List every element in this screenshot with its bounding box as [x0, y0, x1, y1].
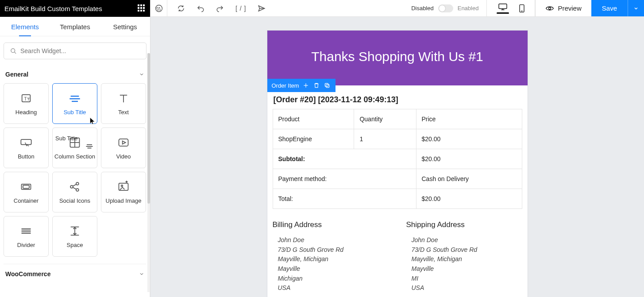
wp-logo[interactable]	[150, 0, 167, 17]
widget-heading[interactable]: Tᴛ Heading	[4, 83, 49, 124]
widget-label: Upload Image	[106, 197, 142, 204]
email-hero[interactable]: Thanks Shopping With Us #1 Order Item	[267, 31, 528, 85]
billing-title: Billing Address	[273, 220, 389, 229]
sidebar-scrollbar[interactable]	[147, 53, 150, 292]
svg-line-1	[14, 52, 16, 54]
block-toolbar: Order Item	[267, 79, 335, 92]
widget-label: Social Icons	[59, 197, 90, 204]
svg-rect-45	[325, 83, 328, 86]
svg-point-18	[76, 182, 79, 185]
cell-price: $20.00	[416, 129, 522, 149]
widget-upload-image[interactable]: Upload Image	[101, 172, 146, 212]
widget-social-icons[interactable]: Social Icons	[52, 172, 97, 212]
subtotal-label: Subtotal:	[273, 149, 416, 169]
svg-point-19	[76, 189, 79, 191]
sidebar-header: EmailKit Build Custom Templates	[0, 0, 150, 17]
shipping-title: Shipping Address	[406, 220, 522, 229]
svg-marker-14	[123, 141, 126, 144]
block-label: Order Item	[272, 82, 299, 89]
widgets-grid: Tᴛ Heading Sub Title Text Button Column …	[4, 83, 146, 257]
wordpress-icon	[154, 4, 163, 13]
section-woo-label: WooCommerce	[5, 270, 50, 278]
svg-rect-16	[23, 185, 29, 188]
chevron-down-icon	[633, 6, 639, 11]
widget-button[interactable]: Button	[4, 127, 49, 168]
chevron-down-icon	[139, 271, 144, 277]
email-frame[interactable]: Thanks Shopping With Us #1 Order Item [O…	[267, 30, 528, 297]
share-icon	[69, 181, 81, 193]
sidebar: EmailKit Build Custom Templates Elements…	[0, 0, 150, 297]
block-delete[interactable]	[312, 81, 320, 89]
svg-point-0	[11, 48, 15, 52]
search-box[interactable]	[4, 42, 147, 59]
preview-button[interactable]: Preview	[535, 0, 591, 16]
chevron-down-icon	[139, 72, 144, 77]
widget-divider[interactable]: Divider	[4, 216, 49, 257]
table-subtotal-row: Subtotal: $20.00	[273, 149, 522, 169]
save-button[interactable]: Save	[591, 0, 628, 16]
widget-label: Divider	[17, 242, 35, 248]
canvas[interactable]: Thanks Shopping With Us #1 Order Item [O…	[150, 17, 644, 297]
widget-subtitle[interactable]: Sub Title	[52, 83, 97, 124]
widget-video[interactable]: Video	[101, 127, 146, 168]
enable-toggle[interactable]	[438, 4, 453, 12]
button-icon	[20, 136, 32, 149]
undo-icon[interactable]	[197, 4, 204, 12]
email-body: [Order #20] [2023-11-12 09:49:13] Produc…	[267, 85, 528, 297]
desktop-icon	[498, 3, 508, 11]
payment-label: Payment method:	[273, 169, 416, 189]
container-icon	[20, 181, 32, 193]
main: [ / ] Disabled Enabled Preview	[150, 0, 644, 297]
svg-rect-9	[21, 139, 31, 145]
shortcode-icon[interactable]: [ / ]	[235, 5, 246, 12]
th-qty: Quantity	[354, 109, 416, 129]
save-dropdown[interactable]	[628, 0, 644, 16]
tab-templates[interactable]: Templates	[50, 17, 100, 36]
svg-rect-44	[326, 85, 329, 88]
widget-label: Video	[116, 153, 131, 160]
order-id: [Order #20] [2023-11-12 09:49:13]	[274, 95, 522, 104]
text-icon	[117, 92, 130, 104]
tab-settings[interactable]: Settings	[100, 17, 150, 36]
device-mobile[interactable]	[519, 4, 525, 13]
enabled-label: Enabled	[458, 5, 479, 12]
section-general[interactable]: General	[4, 65, 146, 83]
section-general-label: General	[5, 71, 28, 78]
mobile-icon	[519, 4, 525, 13]
search-input[interactable]	[20, 47, 140, 54]
table-payment-row: Payment method: Cash on Delivery	[273, 169, 522, 189]
toolbar-actions: [ / ]	[167, 4, 275, 12]
widget-label: Column Section	[54, 153, 95, 160]
widget-text[interactable]: Text	[101, 83, 146, 124]
shipping-lines: John Doe 73/D G South Grove Rd Mayville,…	[406, 235, 522, 293]
search-wrap	[0, 36, 150, 65]
svg-point-23	[121, 185, 123, 186]
cell-qty: 1	[354, 129, 416, 149]
block-add[interactable]	[302, 81, 310, 89]
redo-icon[interactable]	[216, 4, 224, 12]
tab-elements[interactable]: Elements	[0, 17, 50, 36]
app-title: EmailKit Build Custom Templates	[4, 5, 102, 12]
address-wrap: Billing Address John Doe 73/D G South Gr…	[273, 220, 522, 293]
widget-space[interactable]: Space	[52, 216, 97, 257]
enable-toggle-wrap: Disabled Enabled	[411, 4, 486, 12]
widget-label: Sub Title	[64, 109, 86, 116]
table-header-row: Product Quantity Price	[273, 109, 522, 129]
topbar: [ / ] Disabled Enabled Preview	[150, 0, 644, 17]
widget-column-section[interactable]: Column Section	[52, 127, 97, 168]
widget-container[interactable]: Container	[4, 172, 49, 212]
apps-icon[interactable]	[138, 4, 146, 12]
refresh-icon[interactable]	[177, 4, 185, 12]
grid-icon	[69, 136, 81, 149]
svg-rect-13	[119, 139, 128, 146]
device-desktop[interactable]	[497, 3, 509, 14]
widget-label: Button	[18, 153, 35, 160]
th-price: Price	[416, 109, 522, 129]
eye-icon	[545, 5, 554, 12]
search-icon	[10, 48, 17, 54]
section-woocommerce[interactable]: WooCommerce	[4, 264, 146, 283]
billing-lines: John Doe 73/D G South Grove Rd Mayville,…	[273, 235, 389, 293]
block-duplicate[interactable]	[323, 81, 331, 89]
send-icon[interactable]	[258, 4, 266, 12]
order-table: Product Quantity Price ShopEngine 1 $20.…	[273, 109, 522, 209]
